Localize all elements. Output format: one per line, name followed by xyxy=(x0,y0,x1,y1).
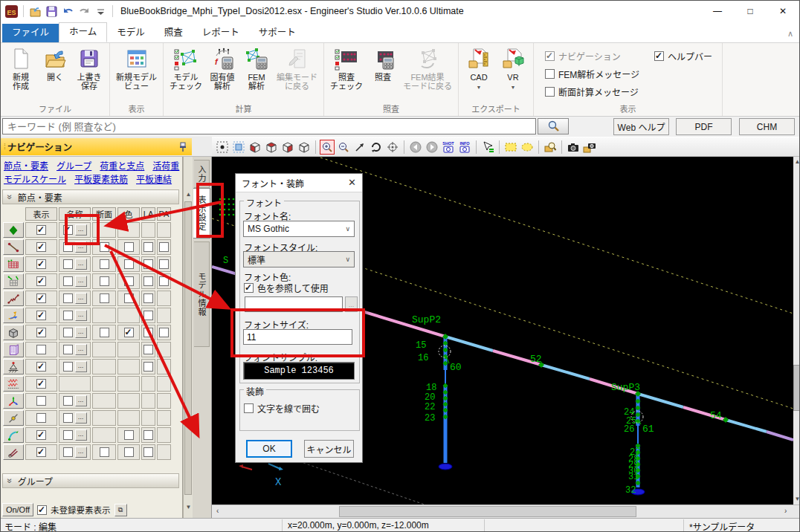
more-icon[interactable] xyxy=(94,5,107,18)
name-browse-button[interactable]: ... xyxy=(75,293,87,304)
view-cube-wire-icon[interactable] xyxy=(297,140,312,155)
ribbon-button-VR[interactable]: VR▼ xyxy=(497,45,529,102)
section-checkbox[interactable] xyxy=(100,259,109,269)
color-checkbox[interactable] xyxy=(124,293,134,303)
font-name-select[interactable]: MS Gothic∨ xyxy=(243,221,355,237)
tab-モデル[interactable]: モデル xyxy=(107,24,155,42)
color-checkbox[interactable] xyxy=(124,259,134,269)
minimize-button[interactable]: — xyxy=(701,1,734,22)
name-browse-button[interactable]: ... xyxy=(75,447,87,458)
display-checkbox[interactable] xyxy=(36,345,46,354)
side-tab-表示設定[interactable]: 表示設定 xyxy=(193,188,210,239)
offset-icon[interactable] xyxy=(3,410,24,426)
capture-camera-icon[interactable] xyxy=(566,140,581,155)
web-help-button[interactable]: Web ヘルプ xyxy=(613,118,669,135)
section-checkbox[interactable] xyxy=(100,276,109,286)
name-browse-button[interactable]: ... xyxy=(75,344,87,355)
solid-icon[interactable] xyxy=(3,325,24,340)
outline-text-checkbox[interactable] xyxy=(244,403,254,413)
viewport-horizontal-scrollbar[interactable]: ‹ › xyxy=(212,505,800,518)
section-header-nodes-elements[interactable]: »節点・要素 xyxy=(2,189,179,204)
la-checkbox[interactable] xyxy=(143,293,153,303)
dialog-title-bar[interactable]: フォント・装飾 ✕ xyxy=(236,174,362,192)
cancel-button[interactable]: キャンセル xyxy=(304,440,354,458)
expand-dialog-icon[interactable]: ⧉ xyxy=(114,504,127,516)
name-browse-button[interactable]: ... xyxy=(75,361,87,372)
close-icon[interactable]: ✕ xyxy=(348,177,356,188)
nav-link-モデルスケール[interactable]: モデルスケール xyxy=(4,172,66,185)
checkbox[interactable] xyxy=(545,51,555,61)
chevron-down-icon[interactable]: ▼ xyxy=(477,83,482,92)
scrollbar-thumb[interactable] xyxy=(339,506,636,517)
plate-rebar-icon[interactable] xyxy=(3,273,24,289)
rotate-view-icon[interactable] xyxy=(369,140,384,155)
beam-icon[interactable] xyxy=(3,239,24,255)
nav-link-平板連結[interactable]: 平板連結 xyxy=(136,172,172,185)
tab-ホーム[interactable]: ホーム xyxy=(59,22,107,42)
name-browse-button[interactable]: ... xyxy=(75,327,87,338)
display-checkbox[interactable] xyxy=(36,447,46,457)
ribbon-button-開く[interactable]: 開く xyxy=(39,45,71,102)
option-ヘルプバー[interactable]: ヘルプバー xyxy=(654,50,712,62)
search-input[interactable] xyxy=(2,118,536,134)
display-checkbox[interactable] xyxy=(36,276,46,286)
rigid-link-icon[interactable] xyxy=(3,308,24,323)
view-back-icon[interactable] xyxy=(408,140,423,155)
la-checkbox[interactable] xyxy=(143,430,153,440)
section-checkbox[interactable] xyxy=(100,293,109,303)
font-color-field[interactable] xyxy=(245,296,343,312)
tab-照査[interactable]: 照査 xyxy=(155,24,193,42)
color-checkbox[interactable] xyxy=(124,430,134,440)
checkbox[interactable] xyxy=(545,87,555,97)
damper-icon[interactable] xyxy=(3,444,24,460)
view-forward-icon[interactable] xyxy=(425,140,439,155)
name-browse-button[interactable]: ... xyxy=(75,276,87,287)
section-checkbox[interactable] xyxy=(100,328,109,337)
local-axis-icon[interactable] xyxy=(3,393,24,409)
ground-spring-icon[interactable] xyxy=(3,376,24,392)
tab-レポート[interactable]: レポート xyxy=(193,24,249,42)
scrollbar-thumb[interactable] xyxy=(184,201,192,495)
undo-icon[interactable] xyxy=(62,5,74,18)
nav-link-荷重と支点[interactable]: 荷重と支点 xyxy=(100,159,144,172)
la-checkbox[interactable] xyxy=(143,311,153,320)
nav-link-グループ[interactable]: グループ xyxy=(57,159,91,172)
name-browse-button[interactable]: ... xyxy=(75,310,87,321)
rect-select-icon[interactable] xyxy=(503,140,518,155)
color-checkbox[interactable] xyxy=(124,276,134,286)
chevron-up-icon[interactable]: ∧ xyxy=(787,29,793,39)
pa-checkbox[interactable] xyxy=(159,276,169,286)
display-checkbox[interactable] xyxy=(36,379,46,389)
view-cube-top-icon[interactable] xyxy=(264,140,279,155)
name-checkbox[interactable] xyxy=(63,225,73,235)
name-browse-button[interactable]: ... xyxy=(75,259,87,270)
display-checkbox[interactable] xyxy=(36,328,46,337)
display-checkbox[interactable] xyxy=(36,311,46,320)
section-header-group[interactable]: »グループ xyxy=(2,473,179,488)
section-checkbox[interactable] xyxy=(100,447,109,457)
node-icon[interactable] xyxy=(3,222,24,238)
pick-cursor-icon[interactable] xyxy=(480,140,495,155)
option-FEM解析メッセージ[interactable]: FEM解析メッセージ xyxy=(545,68,639,80)
viewport-vertical-scrollbar[interactable]: ▲ ▼ xyxy=(793,157,800,505)
mphi-icon[interactable] xyxy=(3,427,24,443)
navigation-scrollbar[interactable]: ▲ ▼ xyxy=(183,157,193,518)
snapshot-info-icon[interactable]: INFO xyxy=(457,140,472,155)
la-checkbox[interactable] xyxy=(143,345,153,354)
tab-ファイル[interactable]: ファイル xyxy=(2,24,59,42)
es-logo-icon[interactable]: ES xyxy=(5,5,18,18)
name-checkbox[interactable] xyxy=(63,345,73,354)
name-checkbox[interactable] xyxy=(63,447,73,457)
side-tab-入力[interactable]: 入力 xyxy=(194,160,210,188)
color-checkbox[interactable] xyxy=(124,447,134,457)
section-icon[interactable] xyxy=(3,342,24,357)
name-checkbox[interactable] xyxy=(63,328,73,337)
measure-arrow-icon[interactable] xyxy=(352,140,367,155)
zoom-window-icon[interactable] xyxy=(543,140,558,155)
name-browse-button[interactable]: ... xyxy=(75,429,87,441)
name-checkbox[interactable] xyxy=(63,430,73,440)
open-icon[interactable] xyxy=(29,5,42,18)
orbit-center-icon[interactable] xyxy=(385,140,400,155)
support-icon[interactable] xyxy=(3,359,24,374)
ribbon-button-新規作成[interactable]: 新規作成 xyxy=(4,45,37,102)
